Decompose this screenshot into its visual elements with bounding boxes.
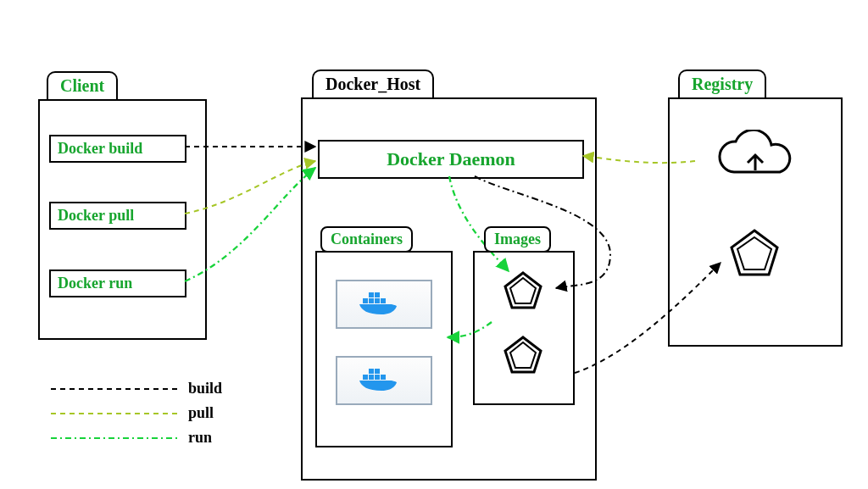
svg-rect-6 [363,375,368,380]
cmd-docker-run: Docker run [49,270,186,297]
svg-rect-11 [375,369,380,374]
svg-rect-8 [375,375,380,380]
registry-panel [668,97,843,347]
containers-tab: Containers [320,226,413,253]
svg-marker-13 [510,278,536,303]
cmd-docker-pull: Docker pull [49,202,186,230]
cloud-upload-icon [709,130,802,189]
svg-rect-5 [375,292,380,297]
legend-pull: pull [188,404,214,422]
docker-whale-icon [358,290,409,320]
legend-run: run [188,429,212,447]
svg-rect-1 [369,298,374,303]
pentagon-icon [727,226,782,281]
images-panel [473,251,575,405]
svg-rect-0 [363,298,368,303]
svg-rect-3 [381,298,386,303]
svg-rect-2 [375,298,380,303]
container-box-1 [336,280,432,329]
registry-tab: Registry [678,69,766,97]
pentagon-icon [502,270,544,312]
svg-rect-4 [369,292,374,297]
svg-rect-10 [369,369,374,374]
cmd-docker-build: Docker build [49,135,186,163]
docker-whale-icon [358,366,409,397]
svg-rect-9 [381,375,386,380]
pentagon-icon [502,334,544,376]
docker-daemon: Docker Daemon [318,140,584,179]
svg-rect-7 [369,375,374,380]
container-box-2 [336,356,432,405]
host-tab: Docker_Host [312,69,434,97]
containers-panel [315,251,453,447]
svg-marker-17 [737,237,771,270]
svg-marker-15 [510,342,536,368]
client-tab: Client [47,71,118,99]
images-tab: Images [484,226,551,253]
legend-build: build [188,380,222,397]
